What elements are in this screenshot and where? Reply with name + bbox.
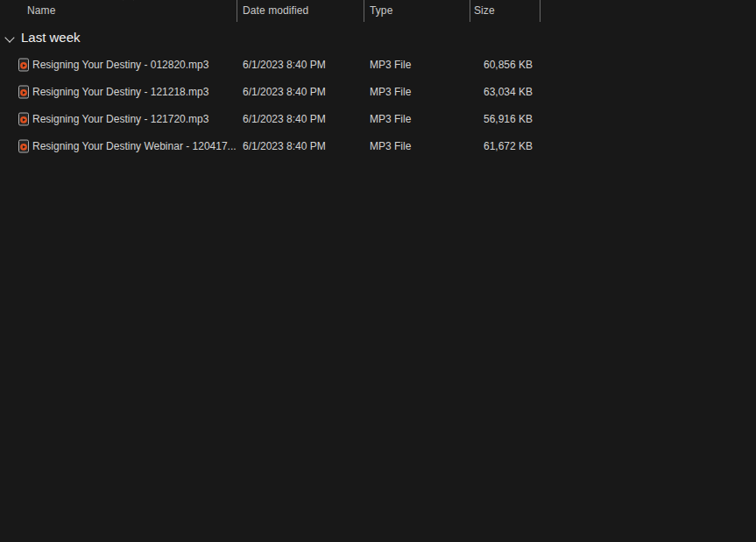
file-type: MP3 File	[370, 140, 411, 152]
chevron-up-icon	[123, 0, 134, 5]
column-resize-handle[interactable]	[237, 0, 237, 22]
table-row[interactable]: Resigning Your Destiny Webinar - 120417.…	[0, 132, 756, 159]
mp3-file-icon	[17, 85, 31, 99]
table-row[interactable]: Resigning Your Destiny - 121720.mp3 6/1/…	[0, 105, 756, 132]
file-list: Resigning Your Destiny - 012820.mp3 6/1/…	[0, 51, 756, 159]
chevron-down-icon[interactable]	[4, 32, 14, 42]
file-date-modified: 6/1/2023 8:40 PM	[243, 86, 326, 98]
column-header-name[interactable]: Name	[27, 4, 55, 17]
column-resize-handle[interactable]	[540, 0, 541, 22]
column-header-size[interactable]: Size	[474, 4, 495, 17]
file-date-modified: 6/1/2023 8:40 PM	[243, 113, 326, 125]
file-type: MP3 File	[370, 59, 411, 71]
table-row[interactable]: Resigning Your Destiny - 012820.mp3 6/1/…	[0, 51, 756, 78]
file-name: Resigning Your Destiny - 121720.mp3	[32, 113, 208, 125]
file-explorer-list-view: Name Date modified Type Size Last week R…	[0, 0, 756, 542]
column-resize-handle[interactable]	[470, 0, 470, 22]
file-type: MP3 File	[370, 113, 411, 125]
column-header-date-modified[interactable]: Date modified	[243, 4, 308, 17]
file-size: 56,916 KB	[470, 113, 533, 125]
column-header-type[interactable]: Type	[370, 4, 392, 17]
file-name: Resigning Your Destiny - 121218.mp3	[32, 86, 208, 98]
file-date-modified: 6/1/2023 8:40 PM	[243, 59, 326, 71]
column-resize-handle[interactable]	[364, 0, 364, 22]
group-header-last-week[interactable]: Last week	[0, 28, 350, 50]
group-label: Last week	[21, 30, 81, 45]
file-size: 60,856 KB	[470, 59, 533, 71]
file-date-modified: 6/1/2023 8:40 PM	[243, 140, 326, 152]
file-name: Resigning Your Destiny Webinar - 120417.…	[32, 140, 237, 152]
column-header-row: Name Date modified Type Size	[0, 0, 756, 23]
table-row[interactable]: Resigning Your Destiny - 121218.mp3 6/1/…	[0, 78, 756, 105]
file-type: MP3 File	[370, 86, 411, 98]
file-size: 61,672 KB	[470, 140, 533, 152]
mp3-file-icon	[17, 58, 31, 72]
file-name: Resigning Your Destiny - 012820.mp3	[32, 59, 208, 71]
file-size: 63,034 KB	[470, 86, 533, 98]
mp3-file-icon	[17, 139, 31, 153]
mp3-file-icon	[17, 112, 31, 126]
